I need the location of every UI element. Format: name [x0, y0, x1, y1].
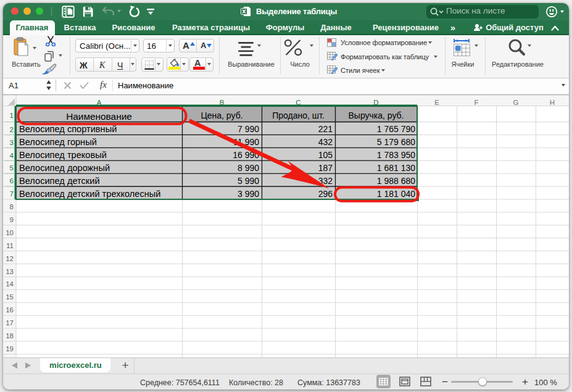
svg-text:18: 18: [6, 332, 14, 340]
svg-text:8 990: 8 990: [238, 162, 259, 172]
svg-text:6: 6: [10, 177, 14, 185]
svg-text:17: 17: [6, 319, 14, 327]
svg-text:F: F: [474, 99, 478, 106]
svg-text:4: 4: [10, 151, 14, 159]
svg-text:14: 14: [6, 280, 14, 288]
svg-text:Наименование: Наименование: [66, 111, 132, 122]
svg-text:296: 296: [318, 188, 333, 198]
svg-text:1: 1: [10, 111, 14, 119]
svg-text:432: 432: [318, 136, 333, 146]
svg-text:3 990: 3 990: [238, 188, 259, 198]
svg-text:12: 12: [6, 254, 14, 262]
svg-text:Цена, руб.: Цена, руб.: [201, 111, 242, 120]
svg-text:C: C: [296, 99, 301, 106]
svg-text:Велосипед спортивный: Велосипед спортивный: [19, 124, 117, 134]
svg-text:15: 15: [6, 293, 14, 301]
svg-text:1 681 130: 1 681 130: [377, 162, 415, 172]
svg-text:16: 16: [6, 306, 14, 314]
svg-text:A: A: [97, 99, 102, 106]
svg-text:Велосипед трековый: Велосипед трековый: [19, 149, 107, 159]
svg-text:5 179 680: 5 179 680: [377, 136, 415, 146]
svg-text:187: 187: [318, 162, 333, 172]
svg-text:1 988 680: 1 988 680: [377, 175, 415, 185]
svg-text:1 783 950: 1 783 950: [377, 149, 415, 159]
svg-text:D: D: [373, 99, 378, 106]
svg-text:Велосипед дорожный: Велосипед дорожный: [19, 162, 110, 172]
svg-text:1 181 040: 1 181 040: [377, 188, 415, 198]
svg-text:1 765 790: 1 765 790: [377, 124, 415, 134]
svg-text:5 990: 5 990: [238, 175, 259, 185]
svg-text:3: 3: [10, 138, 14, 146]
svg-text:19: 19: [6, 344, 14, 352]
svg-text:10: 10: [6, 228, 14, 236]
svg-text:221: 221: [318, 124, 333, 134]
svg-text:7: 7: [10, 190, 14, 198]
svg-text:8: 8: [10, 203, 14, 211]
svg-text:7 990: 7 990: [238, 124, 259, 134]
svg-text:E: E: [434, 99, 439, 106]
svg-text:11: 11: [6, 241, 14, 249]
svg-text:G: G: [513, 99, 519, 106]
svg-text:Продано, шт.: Продано, шт.: [272, 111, 325, 120]
svg-text:H: H: [550, 99, 555, 106]
svg-text:105: 105: [318, 149, 333, 159]
svg-text:Велосипед детский: Велосипед детский: [19, 175, 100, 185]
svg-text:Велосипед горный: Велосипед горный: [19, 136, 97, 146]
svg-text:B: B: [220, 99, 225, 106]
svg-text:Велосипед детский трехколесный: Велосипед детский трехколесный: [19, 188, 160, 198]
svg-text:5: 5: [10, 164, 14, 172]
svg-text:9: 9: [10, 215, 14, 223]
svg-text:13: 13: [6, 267, 14, 275]
svg-text:2: 2: [10, 125, 14, 133]
svg-text:Выручка, руб.: Выручка, руб.: [348, 111, 404, 120]
